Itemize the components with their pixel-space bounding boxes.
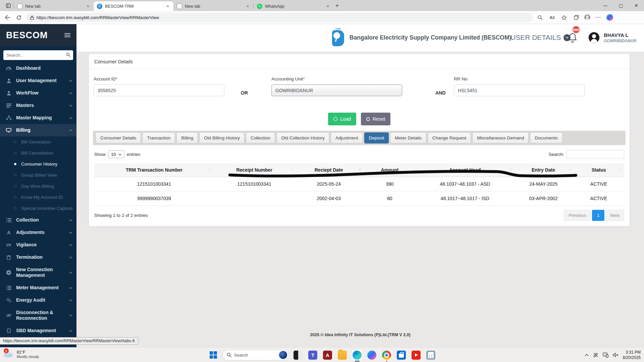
- column-header[interactable]: TRM Transaction Number↑↓: [94, 163, 214, 177]
- column-header[interactable]: Account Head↑↓: [417, 163, 514, 177]
- sidebar-search-input[interactable]: [3, 50, 73, 60]
- table-row[interactable]: 1215101003341 1215101003341 2025-05-24 3…: [94, 177, 624, 191]
- zoom-icon[interactable]: [536, 13, 544, 21]
- sidebar-item-sbd-management[interactable]: SBD Management: [0, 324, 76, 337]
- clock[interactable]: 3:31 PM 8/20/2025: [623, 350, 641, 360]
- page-1-button[interactable]: 1: [592, 210, 605, 221]
- favorites-star-icon[interactable]: [560, 13, 568, 21]
- weather-widget[interactable]: 1 81°F Mostly cloudy: [3, 349, 39, 360]
- column-header[interactable]: Receipt Number↑↓: [214, 163, 294, 177]
- sidebar-subitem-consumer-history[interactable]: Consumer History: [0, 159, 76, 170]
- new-tab-button[interactable]: +: [335, 2, 339, 9]
- accounting-unit-field[interactable]: [271, 84, 402, 96]
- taskbar-app-calculator[interactable]: [425, 350, 436, 361]
- sidebar-item-billing[interactable]: Billing: [0, 124, 76, 136]
- sidebar-item-termination[interactable]: Termination: [0, 251, 76, 263]
- column-header[interactable]: Amount↑↓: [363, 163, 417, 177]
- refresh-icon[interactable]: [15, 13, 23, 21]
- avatar[interactable]: [588, 31, 600, 44]
- tab-deposit[interactable]: Deposit: [364, 132, 389, 143]
- read-aloud-icon[interactable]: A)): [548, 13, 556, 21]
- table-search-input[interactable]: [567, 150, 624, 159]
- load-button[interactable]: Load: [328, 113, 356, 125]
- taskbar-search[interactable]: Search: [222, 350, 289, 360]
- taskbar-app-chrome[interactable]: [381, 350, 392, 361]
- tray-expand-icon[interactable]: [585, 354, 589, 356]
- volume-muted-icon[interactable]: [613, 353, 619, 357]
- tab-old-collection-history[interactable]: Old Collection History: [276, 132, 329, 143]
- sidebar-item-master-mapping[interactable]: Master Mapping: [0, 112, 76, 124]
- taskbar-app-teams[interactable]: T: [307, 350, 318, 361]
- sidebar-item-energy-audit[interactable]: Energy Audit: [0, 294, 76, 306]
- tab-billing[interactable]: Billing: [176, 132, 198, 143]
- sidebar-item-meter-management[interactable]: Meter Management: [0, 282, 76, 294]
- browser-tab-newtab-1[interactable]: New tab ×: [14, 1, 94, 11]
- close-tab-icon[interactable]: ×: [165, 4, 170, 9]
- tab-change-request[interactable]: Change Request: [428, 132, 471, 143]
- close-tab-icon[interactable]: ×: [325, 4, 330, 9]
- sidebar-subitem-know-my-account-id[interactable]: Know My Account ID: [0, 192, 76, 203]
- tab-consumer-details[interactable]: Consumer Details: [96, 132, 141, 143]
- more-menu-icon[interactable]: ···: [594, 13, 602, 21]
- account-id-field[interactable]: [94, 84, 224, 96]
- tab-miscellaneous-demand[interactable]: Miscellaneous Demand: [472, 132, 529, 143]
- tab-transaction[interactable]: Transaction: [142, 132, 175, 143]
- tab-documents[interactable]: Documents: [530, 132, 562, 143]
- sidebar-subitem-special-incentive-capture[interactable]: Special Incentive Capture: [0, 203, 76, 214]
- close-window-button[interactable]: ✕: [629, 0, 644, 11]
- sidebar-subitem-group-billed-view[interactable]: Group Billed View: [0, 170, 76, 181]
- column-header[interactable]: Reciept Date↑↓: [294, 163, 363, 177]
- tab-collection[interactable]: Collection: [246, 132, 275, 143]
- taskbar-app-access[interactable]: A: [322, 350, 333, 361]
- sidebar-item-user-management[interactable]: User Management: [0, 74, 76, 87]
- sidebar-item-dashboard[interactable]: Dashboard: [0, 62, 76, 74]
- browser-tab-newtab-2[interactable]: New tab ×: [173, 1, 253, 11]
- page-size-select[interactable]: 10: [108, 150, 124, 158]
- sidebar-subitem-bill-cancellation[interactable]: Bill Cancellation: [0, 147, 76, 159]
- taskbar-app-copilot[interactable]: [366, 350, 377, 361]
- sidebar-subitem-bill-generation[interactable]: Bill Generation: [0, 136, 76, 147]
- next-page-button[interactable]: Next: [605, 210, 624, 221]
- tab-old-billing-history[interactable]: Old Billing History: [199, 132, 245, 143]
- notifications-bell-icon[interactable]: [568, 32, 578, 44]
- minimize-button[interactable]: —: [598, 0, 613, 11]
- taskbar-app-edge[interactable]: [352, 350, 363, 361]
- hamburger-icon[interactable]: [64, 32, 70, 38]
- taskbar-app-youtube[interactable]: [411, 350, 422, 361]
- close-tab-icon[interactable]: ×: [86, 4, 90, 9]
- column-header[interactable]: Entry Date↑↓: [514, 163, 574, 177]
- copilot-icon[interactable]: [606, 14, 613, 21]
- sidebar-subitem-day-wise-billing[interactable]: Day Wise Billing: [0, 181, 76, 192]
- reset-button[interactable]: Reset: [361, 113, 390, 125]
- user-details-dropdown[interactable]: USER DETAILS: [511, 34, 571, 42]
- taskbar-app-dark[interactable]: [292, 350, 304, 361]
- sidebar-item-masters[interactable]: Masters: [0, 99, 76, 112]
- profile-avatar-icon[interactable]: [584, 14, 590, 20]
- taskbar-app-store[interactable]: [396, 350, 407, 361]
- sidebar-item-vigilance[interactable]: VK Vigilance: [0, 239, 76, 251]
- column-header[interactable]: Status↑↓: [573, 163, 624, 177]
- address-bar[interactable]: https://bescom.trm.ieasybill.com/RRMaste…: [26, 13, 533, 22]
- maximize-button[interactable]: ▢: [613, 0, 629, 11]
- start-button[interactable]: [208, 350, 219, 361]
- taskbar-app-explorer[interactable]: [337, 350, 348, 361]
- browser-tab-bescom[interactable]: C BESCOM-TRM ×: [94, 1, 173, 11]
- previous-page-button[interactable]: Previous: [564, 210, 591, 221]
- sidebar-item-collection[interactable]: Collection: [0, 214, 76, 226]
- collections-icon[interactable]: [572, 13, 580, 21]
- search-icon[interactable]: [66, 53, 70, 57]
- sidebar-item-adjustments[interactable]: A Adjustments: [0, 226, 76, 239]
- close-tab-icon[interactable]: ×: [245, 4, 250, 9]
- sidebar-item-workflow[interactable]: WorkFlow: [0, 87, 76, 99]
- tab-actions-icon[interactable]: [3, 1, 13, 10]
- back-icon[interactable]: [3, 13, 11, 21]
- sidebar-item-disconnection-reconnection[interactable]: Disconnection & Reconnection: [0, 306, 76, 324]
- tab-meter-details[interactable]: Meter Details: [390, 132, 426, 143]
- sidebar-item-new-connection-management[interactable]: New Connection Management: [0, 263, 76, 282]
- tab-adjustment[interactable]: Adjustment: [331, 132, 363, 143]
- cast-device-icon[interactable]: [603, 353, 608, 358]
- pen-disabled-icon[interactable]: [593, 352, 598, 358]
- table-row[interactable]: 9999990037039 2002-04-03 80 48.1017~48.1…: [94, 191, 624, 206]
- browser-tab-whatsapp[interactable]: WhatsApp ×: [254, 1, 333, 11]
- rr-no-field[interactable]: [454, 84, 585, 96]
